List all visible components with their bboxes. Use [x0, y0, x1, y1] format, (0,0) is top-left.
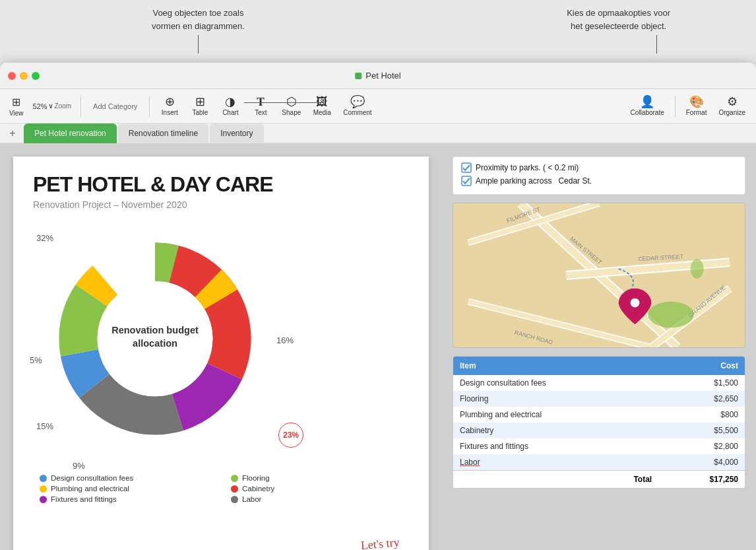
legend-dot-6	[231, 496, 238, 503]
percent-16: 16%	[276, 335, 294, 345]
percent-5: 5%	[30, 355, 42, 365]
legend-item-2: Plumbing and electrical	[40, 485, 218, 493]
insert-icon: ⊕	[165, 96, 175, 108]
handwritten-note: Let's tryto bringthis down	[360, 534, 411, 550]
svg-text:allocation: allocation	[133, 338, 177, 349]
checkbox-2-icon	[461, 176, 472, 186]
table-cell-item: Labor	[453, 454, 658, 471]
table-row: Cabinetry $5,500	[453, 423, 745, 438]
legend-dot-5	[231, 485, 238, 493]
map-svg: FILMORE ST. MAIN STREET CEDAR STREET RAN…	[453, 203, 745, 347]
annotation-left-text: Voeg objecten toe zoals vormen en diagra…	[152, 7, 245, 32]
legend-item-4: Flooring	[231, 474, 409, 482]
table-cell-cost: $800	[658, 407, 745, 423]
legend-dot-1	[40, 475, 47, 482]
view-icon: ⊞	[12, 96, 20, 108]
page-title: PET HOTEL & DAY CARE	[33, 172, 409, 197]
table-footer-total-value: $17,250	[658, 471, 745, 489]
content-area: PET HOTEL & DAY CARE Renovation Project …	[0, 143, 756, 550]
minimize-button[interactable]	[20, 72, 28, 80]
table-header-item: Item	[453, 357, 658, 375]
legend-item-3: Fixtures and fittings	[40, 495, 218, 503]
table-footer-total-label: Total	[453, 471, 658, 489]
table-row: Plumbing and electrical $800	[453, 407, 745, 423]
tab-renovation-timeline[interactable]: Renovation timeline	[118, 123, 208, 143]
table-cell-item: Cabinetry	[453, 423, 658, 438]
insert-button[interactable]: ⊕ Insert	[155, 93, 184, 119]
percent-23-badge: 23%	[278, 423, 303, 448]
table-row: Labor $4,000	[453, 454, 745, 471]
window-title: Pet Hotel	[365, 71, 400, 81]
checkbox-1-icon	[461, 162, 472, 173]
chart-button[interactable]: ◑ Chart	[216, 93, 245, 119]
legend-dot-4	[231, 475, 238, 482]
check-item-1: Proximity to parks. ( < 0.2 mi)	[461, 162, 737, 173]
table-cell-item: Flooring	[453, 391, 658, 407]
check-label-2: Ample parking across Cedar St.	[476, 176, 592, 186]
legend-label-3: Fixtures and fittings	[51, 495, 117, 503]
table-row: Design consultation fees $1,500	[453, 375, 745, 391]
app-window: Pet Hotel ⊞ View 52%∨ Zoom Add Category …	[0, 63, 756, 550]
add-category-button[interactable]: Add Category	[86, 100, 144, 113]
comment-button[interactable]: 💬 Comment	[338, 93, 377, 119]
traffic-lights[interactable]	[8, 72, 40, 80]
format-button[interactable]: 🎨 Format	[681, 93, 712, 119]
comment-icon: 💬	[350, 96, 365, 108]
page-subtitle: Renovation Project – November 2020	[33, 199, 409, 210]
table-row: Flooring $2,650	[453, 391, 745, 407]
file-icon	[355, 73, 362, 79]
organize-icon: ⚙	[727, 96, 738, 108]
donut-chart: Renovation budget allocation	[46, 230, 264, 448]
table-icon: ⊞	[195, 96, 205, 108]
fullscreen-button[interactable]	[32, 72, 40, 80]
table-button[interactable]: ⊞ Table	[185, 93, 214, 119]
collaborate-button[interactable]: 👤 Collaborate	[625, 93, 670, 119]
text-button[interactable]: 𝐓 Text	[246, 93, 275, 119]
add-tab-button[interactable]: +	[5, 126, 20, 141]
separator-1	[80, 96, 81, 117]
table-cell-cost: $4,000	[658, 454, 745, 471]
media-icon: 🖼	[316, 96, 328, 108]
tab-pet-hotel-renovation[interactable]: Pet Hotel renovation	[24, 123, 117, 143]
view-button[interactable]: ⊞ View	[5, 93, 28, 120]
percent-23-container: 23%	[278, 423, 303, 448]
format-icon: 🎨	[689, 96, 704, 108]
titlebar: Pet Hotel	[0, 63, 756, 89]
check-item-2: Ample parking across Cedar St.	[461, 176, 737, 186]
legend-label-2: Plumbing and electrical	[51, 485, 129, 493]
legend-label-5: Cabinetry	[242, 485, 274, 493]
table-cell-cost: $2,800	[658, 438, 745, 454]
legend-label-6: Labor	[242, 495, 261, 503]
collaborate-icon: 👤	[640, 96, 654, 108]
text-icon: 𝐓	[257, 96, 265, 108]
svg-point-23	[691, 259, 704, 279]
check-label-1: Proximity to parks. ( < 0.2 mi)	[476, 163, 579, 172]
organize-button[interactable]: ⚙ Organize	[713, 93, 751, 119]
separator-2	[149, 96, 150, 117]
svg-point-22	[648, 302, 693, 328]
right-panel: Proximity to parks. ( < 0.2 mi) Ample pa…	[442, 143, 756, 550]
shape-button[interactable]: ⬡ Shape	[276, 93, 306, 119]
table-header-cost: Cost	[658, 357, 745, 375]
table-cell-cost: $5,500	[658, 423, 745, 438]
media-button[interactable]: 🖼 Media	[307, 93, 336, 119]
chart-legend: Design consultation fees Flooring Plumbi…	[40, 474, 409, 503]
svg-text:Renovation budget: Renovation budget	[111, 325, 199, 335]
tab-inventory[interactable]: Inventory	[210, 123, 263, 143]
table-cell-item: Plumbing and electrical	[453, 407, 658, 423]
table-footer-row: Total $17,250	[453, 471, 745, 489]
checklist-box: Proximity to parks. ( < 0.2 mi) Ample pa…	[453, 156, 745, 195]
legend-dot-2	[40, 485, 47, 493]
window-title-area: Pet Hotel	[355, 71, 400, 81]
legend-item-5: Cabinetry	[231, 485, 409, 493]
shape-icon: ⬡	[286, 96, 297, 108]
toolbar: ⊞ View 52%∨ Zoom Add Category ⊕ Insert ⊞…	[0, 89, 756, 123]
cost-table: Item Cost Design consultation fees $1,50…	[453, 356, 745, 489]
view-group: ⊞ View 52%∨ Zoom	[5, 93, 75, 120]
map-area: FILMORE ST. MAIN STREET CEDAR STREET RAN…	[453, 203, 745, 348]
annotations-area: Voeg objecten toe zoals vormen en diagra…	[0, 0, 756, 63]
zoom-control[interactable]: 52%∨ Zoom	[29, 99, 76, 113]
separator-3	[675, 96, 676, 117]
close-button[interactable]	[8, 72, 16, 80]
legend-label-1: Design consultation fees	[51, 474, 133, 482]
